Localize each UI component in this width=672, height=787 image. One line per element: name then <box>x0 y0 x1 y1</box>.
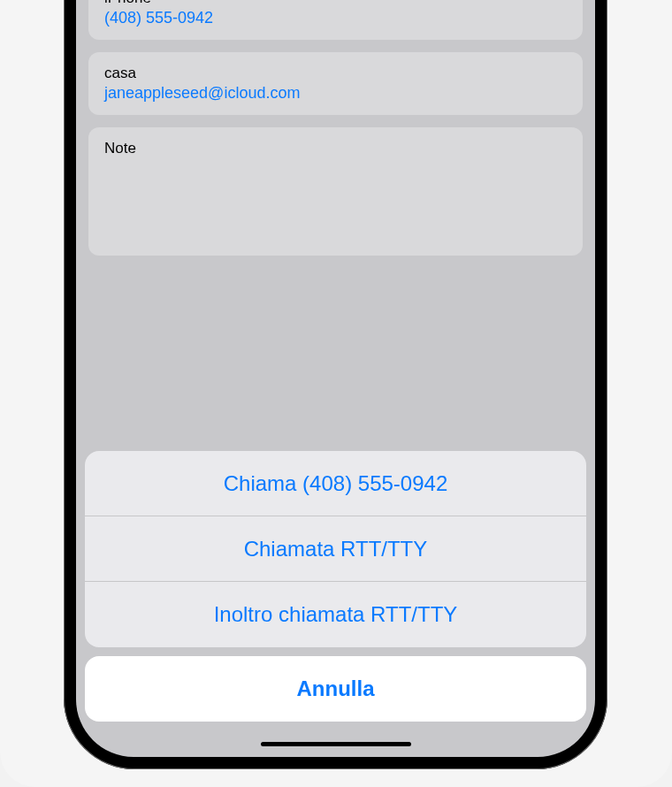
phone-frame: iPhone (408) 555-0942 casa janeappleseed… <box>64 0 607 769</box>
call-action[interactable]: Chiama (408) 555-0942 <box>85 451 586 516</box>
phone-type-label: iPhone <box>104 0 567 7</box>
email-value[interactable]: janeappleseed@icloud.com <box>104 84 567 103</box>
rtt-tty-call-action[interactable]: Chiamata RTT/TTY <box>85 516 586 582</box>
home-indicator[interactable] <box>261 742 411 746</box>
relay-rtt-tty-call-action[interactable]: Inoltro chiamata RTT/TTY <box>85 582 586 647</box>
phone-field-card[interactable]: iPhone (408) 555-0942 <box>88 0 583 40</box>
cancel-button[interactable]: Annulla <box>85 656 586 722</box>
action-sheet: Chiama (408) 555-0942 Chiamata RTT/TTY I… <box>85 451 586 722</box>
phone-number-value[interactable]: (408) 555-0942 <box>104 9 567 27</box>
contact-details-dimmed: iPhone (408) 555-0942 casa janeappleseed… <box>76 0 595 256</box>
notes-field-card[interactable]: Note <box>88 127 583 256</box>
phone-screen: iPhone (408) 555-0942 casa janeappleseed… <box>76 0 595 757</box>
notes-label: Note <box>104 140 567 157</box>
action-sheet-options: Chiama (408) 555-0942 Chiamata RTT/TTY I… <box>85 451 586 647</box>
email-field-card[interactable]: casa janeappleseed@icloud.com <box>88 52 583 115</box>
phone-bezel: iPhone (408) 555-0942 casa janeappleseed… <box>71 0 600 762</box>
email-type-label: casa <box>104 65 567 82</box>
